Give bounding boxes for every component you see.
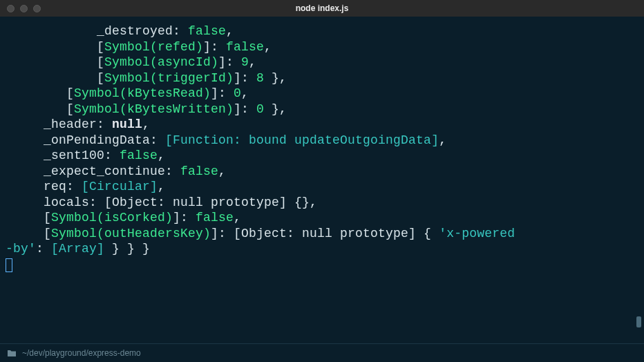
terminal-line: -by': [Array] } } }: [6, 241, 638, 257]
window-close-button[interactable]: [7, 5, 15, 12]
window-titlebar: node index.js: [0, 0, 644, 17]
terminal-line: _destroyed: false,: [6, 23, 638, 39]
window-minimize-button[interactable]: [20, 5, 28, 12]
terminal-line: _sent100: false,: [6, 148, 638, 164]
terminal-cursor: [6, 258, 12, 272]
terminal-line: [Symbol(kBytesWritten)]: 0 },: [6, 102, 638, 117]
terminal-line: [Symbol(refed)]: false,: [6, 39, 638, 55]
terminal-line: [Symbol(asyncId)]: 9,: [6, 55, 638, 70]
folder-icon: [7, 349, 17, 357]
terminal-line: _header: null,: [6, 117, 638, 133]
window-controls: [0, 5, 41, 12]
terminal-line: [Symbol(kBytesRead)]: 0,: [6, 86, 638, 102]
window-title: node index.js: [0, 3, 644, 13]
status-bar: ~/dev/playground/express-demo: [0, 343, 644, 362]
terminal-line: [Symbol(triggerId)]: 8 },: [6, 70, 638, 86]
terminal-line: _expect_continue: false,: [6, 164, 638, 180]
terminal-line: _onPendingData: [Function: bound updateO…: [6, 133, 638, 149]
scrollbar-thumb[interactable]: [636, 316, 641, 327]
terminal-line: [Symbol(outHeadersKey)]: [Object: null p…: [6, 226, 638, 242]
terminal-line: [Symbol(isCorked)]: false,: [6, 210, 638, 226]
terminal-line: req: [Circular],: [6, 179, 638, 195]
terminal-output[interactable]: _destroyed: false, [Symbol(refed)]: fals…: [0, 17, 644, 273]
window-zoom-button[interactable]: [33, 5, 41, 12]
terminal-line: locals: [Object: null prototype] {},: [6, 195, 638, 211]
status-path: ~/dev/playground/express-demo: [22, 348, 141, 358]
